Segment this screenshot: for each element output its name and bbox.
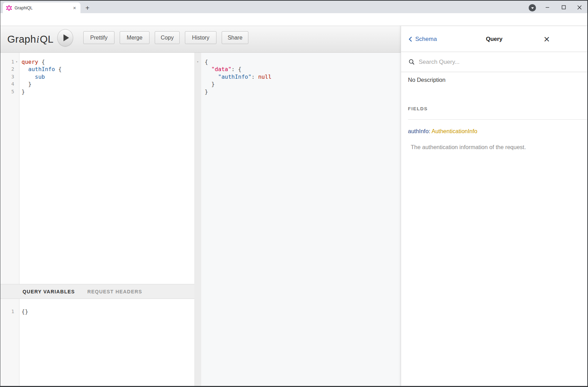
minimize-button[interactable] — [541, 2, 554, 12]
toolbar-button-merge[interactable]: Merge — [120, 31, 150, 44]
gutter-line — [194, 88, 201, 95]
doc-explorer-title: Query — [401, 26, 587, 52]
code-line: "data": { — [205, 66, 401, 73]
execute-query-button[interactable] — [57, 29, 73, 46]
doc-search-input[interactable] — [418, 58, 550, 66]
toolbar-button-history[interactable]: History — [185, 31, 216, 44]
toolbar-button-share[interactable]: Share — [222, 31, 248, 44]
code-line: "authInfo": null — [205, 73, 401, 80]
result-fold-gutter: ▾ — [194, 53, 201, 386]
search-icon — [409, 59, 415, 65]
gutter-line: 1 — [0, 308, 19, 315]
doc-explorer-title-bar: Schema Query × — [401, 26, 587, 52]
gutter-line: 4 — [0, 80, 19, 88]
maximize-button[interactable] — [557, 2, 570, 12]
browser-window: GraphiQL × + loc — [0, 0, 588, 387]
fold-arrow-icon[interactable]: ▾ — [195, 58, 200, 66]
gutter-line — [194, 73, 201, 80]
window-border-top — [0, 0, 588, 1]
play-icon — [63, 34, 69, 41]
gutter-line: 5 — [0, 88, 19, 95]
close-window-button[interactable] — [573, 2, 586, 12]
variables-editor-code[interactable]: {} — [22, 308, 194, 315]
code-line: } — [22, 80, 194, 88]
secondary-editor-tabs: QUERY VARIABLESREQUEST HEADERS — [0, 284, 194, 299]
gutter-line — [194, 80, 201, 88]
graphiql-toolbar: GraphiQL PrettifyMergeCopyHistoryShare — [0, 26, 401, 53]
fold-arrow-icon[interactable]: ▾ — [14, 58, 19, 66]
doc-fields-header: FIELDS — [408, 106, 428, 111]
doc-field-description: The authentication information of the re… — [411, 144, 526, 150]
gutter-line: ▾ — [194, 58, 201, 66]
code-line: } — [205, 88, 401, 95]
graphiql-logo: GraphiQL — [7, 26, 53, 53]
gutter-line: 3 — [0, 73, 19, 80]
doc-field-name-link[interactable]: authInfo — [408, 128, 429, 134]
gutter-line: 2 — [0, 66, 19, 73]
doc-explorer: Schema Query × No Description FIELDS aut… — [401, 26, 587, 386]
variables-editor-gutter: 1 — [0, 299, 19, 386]
code-line: sub — [22, 73, 194, 80]
doc-fields-divider — [408, 119, 587, 120]
code-line: } — [22, 88, 194, 95]
variables-editor: 1 {} — [0, 299, 194, 386]
tab-title: GraphiQL — [15, 6, 71, 10]
gutter-line: 1▾ — [0, 58, 19, 66]
code-line: } — [205, 80, 401, 88]
gutter-line — [194, 66, 201, 73]
result-viewer: { "data": { "authInfo": null }} — [201, 53, 401, 386]
doc-close-icon[interactable]: × — [540, 26, 554, 52]
tab-query-variables[interactable]: QUERY VARIABLES — [23, 289, 75, 294]
code-line: {} — [22, 308, 194, 315]
code-line: authInfo { — [22, 66, 194, 73]
tab-strip: GraphiQL × + — [0, 0, 588, 13]
doc-search-row — [401, 52, 587, 72]
query-editor-code[interactable]: query { authInfo { sub }} — [22, 58, 194, 95]
tab-request-headers[interactable]: REQUEST HEADERS — [87, 289, 142, 294]
code-line: { — [205, 58, 401, 66]
browser-tab[interactable]: GraphiQL × — [3, 2, 80, 13]
doc-field-type-link[interactable]: AuthenticationInfo — [432, 128, 477, 134]
code-line: query { — [22, 58, 194, 66]
toolbar-button-prettify[interactable]: Prettify — [83, 31, 114, 44]
doc-no-description: No Description — [408, 77, 445, 83]
result-viewer-code: { "data": { "authInfo": null }} — [205, 58, 401, 95]
new-tab-button[interactable]: + — [83, 3, 92, 13]
address-bar: localhost:3000/graphql uO P — [0, 13, 588, 26]
toolbar-button-copy[interactable]: Copy — [155, 31, 180, 44]
graphql-favicon — [6, 5, 12, 11]
doc-field-row: authInfo: AuthenticationInfo — [408, 128, 477, 135]
window-border-left — [0, 0, 0, 387]
tab-close-icon[interactable]: × — [71, 5, 78, 11]
browser-update-icon[interactable] — [529, 4, 536, 11]
